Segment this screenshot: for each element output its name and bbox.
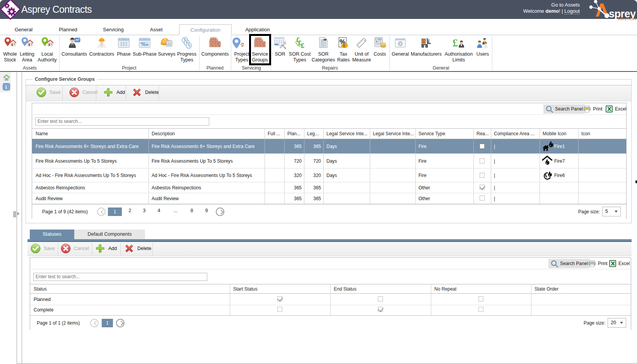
- svg-text:0.00: 0.00: [378, 38, 381, 40]
- svg-text:£: £: [453, 37, 458, 49]
- svg-text:SOLUTIONS: SOLUTIONS: [618, 18, 637, 20]
- svg-text:0: 0: [343, 43, 345, 48]
- svg-text:£: £: [301, 43, 304, 49]
- svg-text:i: i: [5, 84, 7, 90]
